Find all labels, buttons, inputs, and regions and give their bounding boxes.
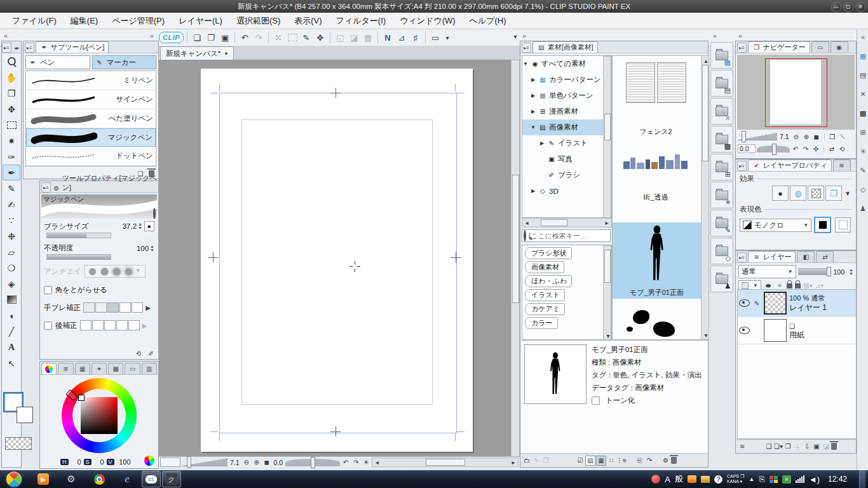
material-search-input[interactable] [527,231,600,240]
tree-item-manga-material[interactable]: ▶⊞漫画素材 [522,104,611,119]
open-file-icon[interactable]: ❐ [205,31,217,44]
reset-tool-icon[interactable]: ⟲ [134,349,143,358]
small-thumbnail-view-icon[interactable]: ∷ [607,456,616,465]
ime-pad-icon[interactable] [688,475,696,483]
expand-material-dock-button[interactable]: » [522,32,526,39]
tag-kakeami[interactable]: カケアミ [525,303,565,315]
scale-rotate-icon[interactable]: ◱ [334,31,346,44]
intermediate-color-tab[interactable]: ✦ [92,363,107,374]
folder-color-pattern-button[interactable]: ▦ [710,42,733,69]
navigator-100-icon[interactable]: ◼ [812,132,821,141]
material-item-mob-boy[interactable]: モブ_男子01正面 [613,222,701,299]
thumbnail-view-icon[interactable]: ▦ [596,456,606,466]
layer-panel-menu-icon[interactable]: ▸≡ [737,252,747,262]
canvas-horizontal-scrollbar[interactable]: ◂ ▸ [372,458,519,467]
draw-white-toggle[interactable] [835,217,851,233]
navigator-panel-menu-icon[interactable]: ▸≡ [737,43,747,53]
opacity-spinner[interactable]: ▲▼ [150,245,154,252]
canvas-fit-icon[interactable]: ◼ [262,458,271,467]
selection-launcher-icon[interactable]: ▦ [362,31,374,44]
fill-tool-icon[interactable]: ◈ [3,276,20,292]
stabilization-level-2[interactable] [95,302,107,313]
transparent-color-swatch[interactable] [5,437,32,450]
menu-file[interactable]: ファイル(F) [5,15,64,27]
screen-settings-icon[interactable]: ▭ [429,31,442,44]
tool-panel-menu-icon[interactable]: ▸≡ [2,43,11,53]
clear-selection-icon[interactable]: ✎ [300,31,313,44]
information-tab[interactable]: ◉ [831,41,848,53]
layer-palette-options-icon[interactable]: ≋ [738,442,747,451]
material-list-scrollbar[interactable]: ▴ ▾ [701,55,709,340]
layer-opacity-slider[interactable] [798,268,831,275]
export-material-icon[interactable]: ↷ [645,456,654,465]
canvas-rotate-ccw-icon[interactable]: ↶ [341,458,350,467]
collapse-right-dock-button[interactable]: « [738,32,742,39]
maximize-button[interactable]: ▢ [843,2,853,12]
post-correction-level-1[interactable] [80,320,92,330]
canvas-tab[interactable]: 新規キャンバス* ● [160,46,234,60]
navigator-preview[interactable] [737,55,855,130]
close-button[interactable]: ✕ [855,2,865,12]
brush-size-indicator-button[interactable]: ■ [144,221,154,231]
material-panel-menu-icon[interactable]: ▸≡ [522,43,531,53]
tool-tab-icon[interactable]: ✒ [13,44,22,53]
ime-caps-kana-indicator[interactable]: CAPS ❐KANA ▾ [727,474,744,484]
subtool-panel-menu-icon[interactable]: ▸≡ [25,43,34,53]
tag-color[interactable]: カラー [525,317,558,329]
edge-manga-material-icon[interactable]: ⊞ [858,127,868,137]
ime-input-mode-a[interactable]: A [665,475,670,484]
folder-manga-material-button[interactable]: ⊞ [710,154,733,180]
show-selection-checkbox-icon[interactable]: ☑ [576,456,585,465]
canvas-zoom-out-icon[interactable]: ⊖ [242,458,251,467]
merge-with-lower-layer-icon[interactable]: ⇩ [803,442,811,451]
settings-app-taskbar-icon[interactable]: ⚙ [62,471,80,487]
subview-tab[interactable]: ▭ [811,41,829,53]
canvas-viewport[interactable] [159,60,520,456]
edge-effect-icon[interactable]: ✳ [858,146,868,156]
ime-conversion-mode[interactable]: 般 [675,473,683,485]
layer1-thumbnail[interactable] [764,292,787,315]
delete-material-icon[interactable] [671,455,677,466]
collapse-folder-strip-button[interactable]: « [713,32,717,39]
list-view-icon[interactable]: ▤ [585,456,595,466]
reselect-icon[interactable] [286,31,299,44]
tray-device-icon[interactable]: ⎘ [759,475,765,484]
tag-illustration[interactable]: イラスト [525,289,565,301]
stabilization-expand-icon[interactable]: ▶ [144,303,153,312]
tray-green-app-icon[interactable]: ≡ [782,475,791,484]
text-tool-icon[interactable]: A [3,339,20,355]
brush-size-slider[interactable] [46,233,111,238]
stabilization-level-1[interactable] [83,302,95,313]
navigator-fit-icon[interactable]: ❐ [828,132,837,141]
airbrush-tool-icon[interactable]: ∵ [3,212,20,228]
hue-ring[interactable] [62,378,137,453]
operate-tool-icon[interactable]: ❒ [3,85,20,101]
snap-to-grid-icon[interactable]: ♯ [409,31,422,44]
navigator-flip-horizontal-icon[interactable]: ⇄ [827,144,836,153]
folder-tone-button[interactable]: ▩ [710,126,733,152]
menu-view[interactable]: 表示(V) [287,15,329,27]
sub-color-swatch[interactable] [17,407,33,423]
material-item-city[interactable]: 街_透過 [614,151,698,202]
folder-3d-button[interactable]: ◇ [710,238,733,264]
antialias-options[interactable]: ▼ [85,265,146,278]
new-layer-folder-icon[interactable]: ❐ [783,442,792,451]
draw-black-toggle[interactable] [814,217,831,233]
edge-tone-icon[interactable]: ▩ [858,108,868,118]
tree-vertical-scrollbar[interactable] [603,56,611,218]
stabilization-level-3[interactable] [107,302,119,313]
antialias-dropdown-icon[interactable]: ▼ [135,267,144,276]
brush-row-dotpen[interactable]: ドットペン [26,147,156,166]
correct-line-tool-icon[interactable]: ↖ [3,355,20,371]
menu-help[interactable]: ヘルプ(H) [463,15,513,27]
hue-marker[interactable] [66,390,78,401]
new-material-folder-icon[interactable]: 🗀 [522,456,531,465]
navigator-zoom-slider[interactable] [738,133,777,140]
blend-mode-dropdown[interactable]: 通常▼ [738,265,796,278]
redo-icon[interactable]: ↷ [252,31,265,44]
canvas-vertical-scrollbar[interactable] [511,60,520,456]
menu-layer[interactable]: レイヤー(L) [172,15,229,27]
zoom-tool-icon[interactable] [3,53,20,69]
brush-tool-icon[interactable]: ✍ [3,196,20,212]
tree-item-all-materials[interactable]: ▼◉すべての素材 [522,56,611,72]
